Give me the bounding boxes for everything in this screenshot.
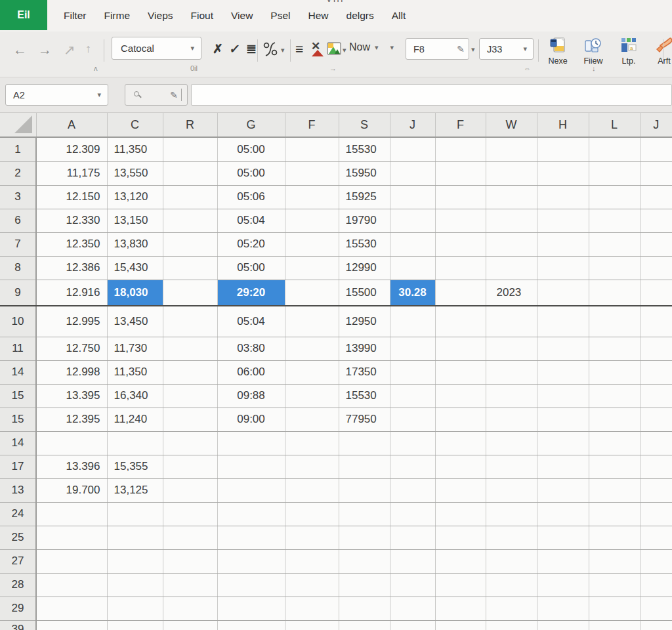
chevron-down-icon[interactable]: ▾ [343,46,346,54]
cell[interactable] [435,549,486,573]
cell[interactable]: 12.386 [36,256,107,280]
cell[interactable] [486,573,537,597]
cell[interactable]: 13.395 [36,384,107,408]
cell[interactable] [537,408,589,431]
cell[interactable] [537,337,589,360]
cell[interactable] [339,478,390,502]
cell[interactable] [537,431,589,455]
swirl-percent-icon[interactable] [262,41,278,60]
cell[interactable] [486,502,537,526]
cell[interactable]: 2023 [486,280,537,306]
cell[interactable] [390,408,435,431]
cell[interactable] [640,573,672,597]
cell[interactable] [537,478,589,502]
cell[interactable] [390,597,435,620]
row-header[interactable]: 15 [0,384,36,408]
cell[interactable] [285,209,339,232]
cell[interactable] [589,526,640,549]
column-header[interactable]: C [107,113,163,137]
cell[interactable]: 12.916 [36,280,107,306]
fx-tools-box[interactable]: ✎ [125,84,188,106]
cell[interactable] [537,232,589,256]
cell[interactable] [390,337,435,360]
cell[interactable] [217,455,285,478]
menu-item[interactable]: Psel [270,10,290,22]
cell[interactable] [339,455,390,478]
cell[interactable] [589,337,640,360]
cell[interactable] [163,185,217,209]
cell[interactable] [285,549,339,573]
cell[interactable] [285,337,339,360]
cell[interactable] [285,455,339,478]
cell[interactable] [390,455,435,478]
cell[interactable] [589,408,640,431]
cell[interactable] [435,408,486,431]
cell[interactable]: 15530 [339,384,390,408]
row-header[interactable]: 25 [0,526,36,549]
cell[interactable] [537,209,589,232]
cell[interactable] [285,526,339,549]
cell[interactable] [640,478,672,502]
menu-item[interactable]: Filter [64,10,86,22]
row-header[interactable]: 15 [0,408,36,431]
cell[interactable]: 13,125 [107,478,163,502]
cell[interactable] [163,280,217,306]
cell[interactable] [537,502,589,526]
cell[interactable]: 18,030 [107,280,163,306]
cell[interactable] [537,384,589,408]
cell[interactable] [285,384,339,408]
cell[interactable] [36,597,107,620]
cell[interactable] [486,337,537,360]
cell[interactable] [36,502,107,526]
fiiew-button[interactable]: Fiiew [579,36,607,66]
cell-reference-input[interactable]: F8 ✎ [406,38,469,60]
column-header[interactable]: A [36,113,107,137]
hamburger-menu-icon[interactable]: ≡ [295,41,303,57]
cell[interactable] [589,137,640,161]
cell[interactable] [390,573,435,597]
cell[interactable] [589,232,640,256]
cell[interactable] [285,137,339,161]
cell[interactable] [217,620,285,630]
menu-item[interactable]: Hew [308,10,329,22]
cell[interactable] [217,549,285,573]
cell[interactable] [285,306,339,337]
cell[interactable] [435,337,486,360]
cell[interactable] [640,455,672,478]
cell[interactable] [390,478,435,502]
cell[interactable] [390,209,435,232]
cell[interactable] [435,306,486,337]
cell[interactable] [285,161,339,185]
cell[interactable]: 15,355 [107,455,163,478]
row-header[interactable]: 13 [0,478,36,502]
cell[interactable]: 05:04 [217,209,285,232]
column-header[interactable]: L [589,113,640,137]
cell[interactable] [486,384,537,408]
cell[interactable] [107,597,163,620]
row-header[interactable]: 24 [0,502,36,526]
cell[interactable] [163,478,217,502]
cell[interactable] [217,431,285,455]
cell[interactable] [163,502,217,526]
cell[interactable] [435,431,486,455]
cell[interactable] [163,209,217,232]
cell[interactable] [537,549,589,573]
cell[interactable]: 12.395 [36,408,107,431]
cell[interactable]: 13.396 [36,455,107,478]
cell[interactable] [435,185,486,209]
cell[interactable]: 05:00 [217,137,285,161]
range-dropdown[interactable]: J33 ▾ [479,38,534,60]
row-header[interactable]: 1 [0,137,36,161]
cell[interactable] [217,573,285,597]
cell[interactable] [390,161,435,185]
delete-x-red-icon[interactable]: ✕ [310,41,326,58]
cell[interactable] [163,573,217,597]
cell[interactable] [640,384,672,408]
cell[interactable] [435,573,486,597]
cell[interactable] [163,455,217,478]
cell[interactable]: 03:80 [217,337,285,360]
cell[interactable]: 77950 [339,408,390,431]
cell[interactable] [435,526,486,549]
cell[interactable] [107,431,163,455]
column-header[interactable]: W [486,113,537,137]
